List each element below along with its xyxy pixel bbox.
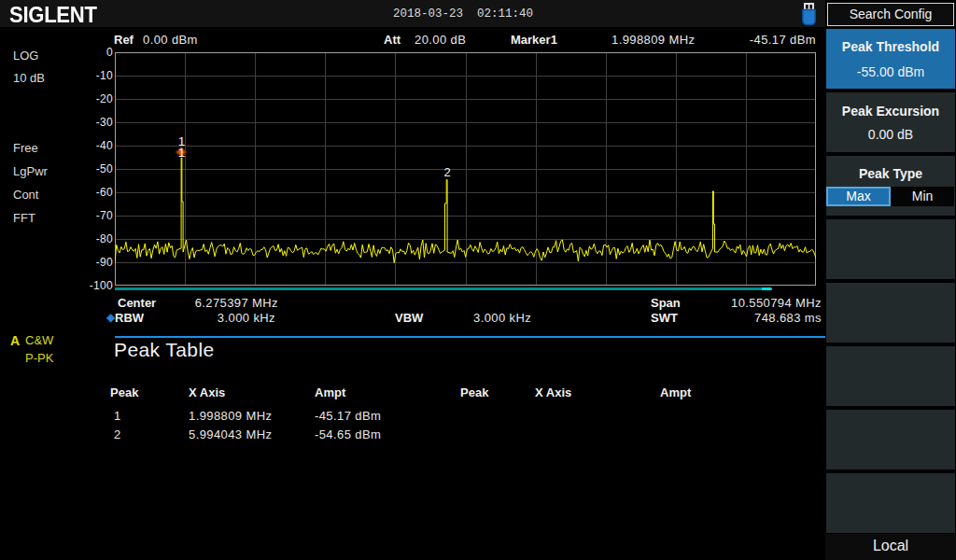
svg-text:1: 1 <box>178 146 186 160</box>
svg-text:2: 2 <box>443 165 450 179</box>
